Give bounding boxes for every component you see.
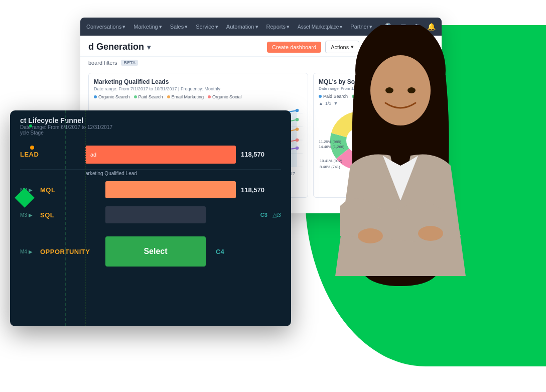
legend-paid-search: Paid Search — [134, 94, 163, 99]
nav-item-automation[interactable]: Automation ▾ — [226, 24, 258, 30]
m2-row: M2 ▶ MQL 118,570 — [20, 177, 281, 202]
dark-panel: ct Lifecycle Funnel Date range: From 6/1… — [10, 110, 291, 326]
stage-row-sql: SQL C3 △t3 — [40, 202, 281, 227]
m3-row: M3 ▶ SQL C3 △t3 — [20, 202, 281, 227]
dark-panel-header: ct Lifecycle Funnel Date range: From 6/1… — [10, 110, 291, 140]
vert-line-right — [85, 110, 86, 326]
dropdown-arrow[interactable]: ▾ — [147, 43, 151, 51]
m4-label: M4 ▶ — [20, 249, 40, 254]
stage-label-opportunity: OPPORTUNITY — [40, 248, 105, 255]
mql-bar — [105, 181, 236, 198]
beta-badge: BETA — [121, 60, 138, 66]
woman-figure — [270, 15, 531, 386]
nav-item-conversations[interactable]: Conversations ▾ — [86, 24, 125, 30]
orange-dot — [30, 146, 34, 150]
lifecycle-stages: LEAD ad 118,570 arketing Qualified Lead … — [10, 140, 291, 272]
svg-point-2 — [370, 55, 431, 125]
funnel-subtitle-2: ycle Stage — [20, 130, 112, 136]
sql-c-label: C3 — [260, 212, 267, 218]
nav-item-service[interactable]: Service ▾ — [196, 24, 218, 30]
legend-dot-email — [167, 95, 170, 98]
opportunity-c-label: C4 — [216, 248, 224, 255]
legend-organic-search: Organic Search — [94, 94, 130, 99]
funnel-subtitle-1: Date range: From 6/1/2017 to 12/31/2017 — [20, 124, 112, 130]
stage-row-lead: LEAD ad 118,570 — [20, 140, 281, 170]
dashboard-title: d Generation ▾ — [88, 42, 151, 52]
lead-value: 118,570 — [241, 151, 264, 158]
opportunity-bar[interactable]: Select — [105, 236, 206, 267]
stage-bar-area-lead: ad 118,570 — [85, 144, 281, 166]
nav-item-marketing[interactable]: Marketing ▾ — [133, 24, 162, 30]
filters-label: board filters — [88, 60, 117, 66]
stage-row-opportunity: OPPORTUNITY Select C4 — [40, 231, 281, 272]
stage-row-mql: MQL 118,570 — [40, 177, 281, 202]
svg-point-6 — [418, 226, 443, 241]
legend-dot-organic — [94, 95, 97, 98]
sql-bar — [105, 206, 206, 223]
select-button[interactable]: Select — [144, 247, 167, 256]
nav-item-sales[interactable]: Sales ▾ — [170, 24, 188, 30]
stage-label-lead: LEAD — [20, 151, 85, 158]
stage-label-mql: MQL — [40, 186, 105, 194]
m4-row: M4 ▶ OPPORTUNITY Select C4 — [20, 231, 281, 272]
mql-value: 118,570 — [241, 186, 264, 194]
stage-bar-area-mql: 118,570 — [105, 179, 281, 201]
legend-organic-social: Organic Social — [208, 94, 242, 99]
svg-point-3 — [385, 87, 393, 93]
legend-dot-social — [208, 95, 211, 98]
svg-point-4 — [407, 87, 416, 93]
stage-label-sql: SQL — [40, 211, 105, 219]
svg-point-5 — [358, 228, 383, 243]
small-green-dot — [29, 124, 32, 127]
m3-label: M3 ▶ — [20, 212, 40, 218]
legend-dot-paid — [134, 95, 137, 98]
lead-bar: ad — [85, 146, 236, 164]
vert-line-left — [65, 110, 66, 326]
legend-email-marketing: Email Marketing — [167, 94, 204, 99]
stage-bar-area-sql — [105, 204, 255, 226]
mql-sub-label: arketing Qualified Lead — [20, 170, 281, 177]
funnel-title: ct Lifecycle Funnel — [20, 116, 112, 124]
